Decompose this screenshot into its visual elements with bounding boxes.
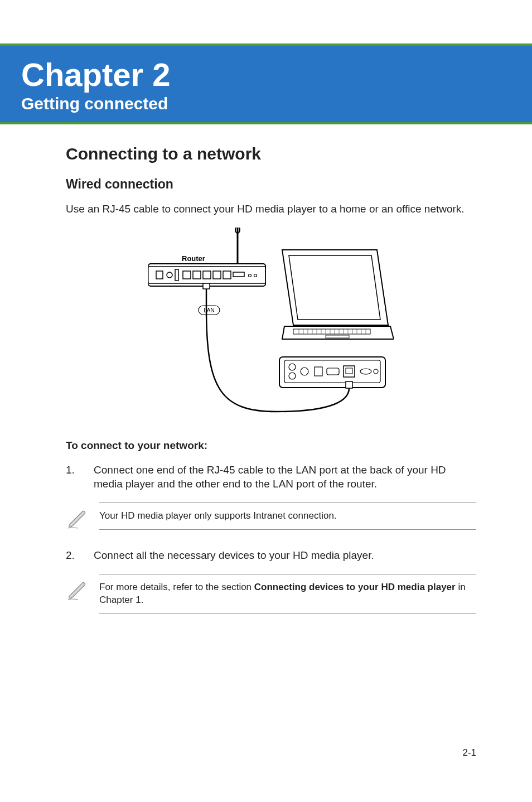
- svg-point-35: [289, 364, 296, 370]
- router-label: Router: [182, 254, 205, 263]
- svg-rect-38: [315, 367, 322, 376]
- note-bold: Connecting devices to your HD media play…: [254, 582, 456, 592]
- router-icon: Router: [148, 228, 265, 286]
- svg-rect-8: [193, 271, 201, 279]
- step-number: 2.: [66, 548, 94, 563]
- laptop-icon: [282, 250, 394, 339]
- svg-rect-7: [183, 271, 191, 279]
- svg-rect-4: [156, 271, 163, 279]
- svg-point-42: [360, 369, 371, 374]
- svg-rect-10: [213, 271, 221, 279]
- svg-rect-12: [233, 272, 244, 277]
- svg-rect-11: [223, 271, 231, 279]
- procedure-title: To connect to your network:: [66, 439, 476, 452]
- media-player-icon: [279, 357, 385, 388]
- lan-label-badge: LAN: [199, 306, 220, 315]
- svg-rect-32: [326, 335, 349, 338]
- svg-rect-46: [346, 381, 352, 388]
- page-content: Connecting to a network Wired connection…: [0, 124, 532, 613]
- step-text: Connect one end of the RJ-45 cable to th…: [94, 463, 476, 491]
- svg-rect-39: [327, 368, 339, 375]
- network-diagram-svg: Router: [148, 228, 394, 417]
- svg-point-14: [254, 274, 257, 277]
- chapter-header: Chapter 2 Getting connected: [0, 44, 532, 124]
- intro-paragraph: Use an RJ-45 cable to connect your HD me…: [66, 202, 476, 216]
- svg-rect-9: [203, 271, 211, 279]
- svg-rect-6: [175, 269, 178, 281]
- chapter-title: Chapter 2: [21, 56, 511, 93]
- note-2: For more details, refer to the section C…: [66, 574, 476, 614]
- svg-point-36: [289, 373, 296, 379]
- svg-point-5: [167, 272, 172, 278]
- page-number: 2-1: [462, 747, 476, 758]
- svg-rect-41: [346, 368, 352, 374]
- svg-point-43: [374, 369, 378, 374]
- network-diagram: Router: [66, 228, 476, 417]
- note-text: For more details, refer to the section C…: [99, 574, 476, 614]
- note-1: Your HD media player only supports Intra…: [66, 503, 476, 533]
- note-prefix: For more details, refer to the section: [99, 582, 254, 592]
- svg-rect-15: [293, 329, 370, 334]
- step-number: 1.: [66, 463, 94, 491]
- chapter-subtitle: Getting connected: [21, 94, 511, 113]
- section-title: Connecting to a network: [66, 144, 476, 163]
- svg-rect-45: [203, 283, 210, 289]
- pen-note-icon: [66, 503, 99, 533]
- svg-point-13: [249, 274, 252, 277]
- pen-note-icon: [66, 574, 99, 604]
- note-text: Your HD media player only supports Intra…: [99, 503, 476, 530]
- svg-point-37: [301, 368, 308, 375]
- subsection-title: Wired connection: [66, 177, 476, 192]
- lan-label: LAN: [204, 307, 214, 313]
- step-text: Connect all the necessary devices to you…: [94, 548, 476, 563]
- step-2: 2. Connect all the necessary devices to …: [66, 548, 476, 563]
- step-1: 1. Connect one end of the RJ-45 cable to…: [66, 463, 476, 491]
